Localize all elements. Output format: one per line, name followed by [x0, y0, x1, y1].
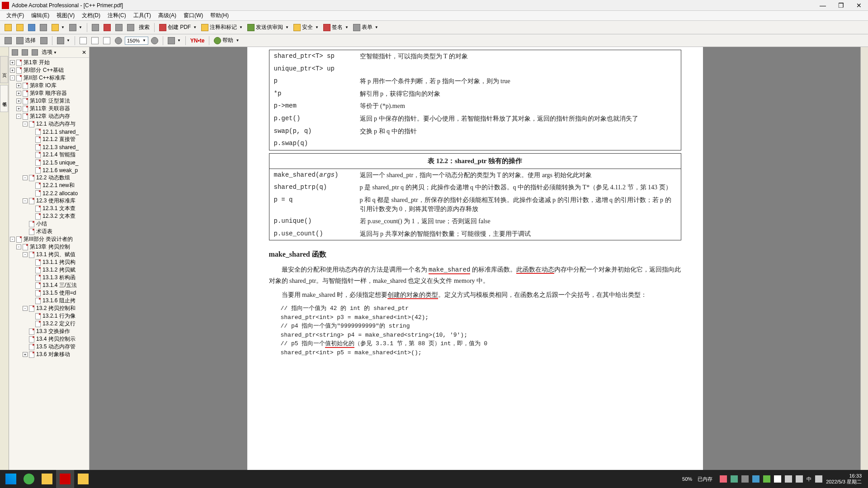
bookmark-toggle[interactable]: + [16, 106, 21, 111]
bookmark-item[interactable]: 13.3 交换操作 [10, 328, 88, 335]
bookmark-toggle[interactable]: - [23, 175, 28, 180]
tray-icon-2[interactable] [731, 475, 738, 483]
bookmark-item[interactable]: 12.1.4 智能指 [10, 151, 88, 159]
bookmark-toggle[interactable]: + [16, 83, 21, 88]
bookmark-toggle[interactable]: - [23, 306, 28, 311]
bookmark-item[interactable]: +第11章 关联容器 [10, 105, 88, 113]
bookmark-toggle[interactable]: + [16, 91, 21, 96]
organizer-button[interactable]: ▼ [50, 23, 66, 32]
send-review-button[interactable]: 发送供审阅▼ [245, 23, 291, 32]
menu-comment[interactable]: 注释(C) [104, 11, 130, 20]
zoom-tool-button[interactable]: ▼ [55, 36, 72, 45]
create-pdf-button[interactable]: 创建 PDF▼ [157, 23, 198, 32]
close-panel-button[interactable]: ✕ [82, 49, 86, 56]
fit-visible-button[interactable] [101, 36, 112, 45]
menu-document[interactable]: 文档(D) [78, 11, 104, 20]
zoom-input[interactable]: 150%▼ [125, 37, 148, 45]
bookmark-toggle[interactable]: + [10, 60, 15, 65]
bookmark-item[interactable]: 12.1.1 shared_ [10, 128, 88, 136]
comment-mark-button[interactable]: 注释和标记▼ [199, 23, 245, 32]
tray-ime[interactable]: 中 [807, 476, 811, 483]
new-bookmark-icon[interactable] [22, 49, 28, 56]
bookmarks-tree[interactable]: +第1章 开始+第I部分 C++基础-第II部 C++标准库+第8章 IO库+第… [9, 58, 89, 488]
bookmark-item[interactable]: -13.1 拷贝、赋值 [10, 251, 88, 258]
taskbar-edge[interactable] [20, 470, 38, 488]
fit-page-button[interactable] [78, 36, 89, 45]
bookmark-item[interactable]: -第II部 C++标准库 [10, 74, 88, 82]
tray-icon-6[interactable] [774, 475, 781, 483]
email-button[interactable] [90, 23, 101, 32]
tray-volume-icon[interactable] [796, 475, 803, 483]
maximize-button[interactable]: ❐ [834, 1, 848, 10]
bookmark-item[interactable]: 13.1.4 三/五法 [10, 282, 88, 289]
forms-button[interactable]: 表单▼ [351, 23, 380, 32]
bookmark-item[interactable]: 13.1.6 阻止拷 [10, 297, 88, 305]
bookmark-item[interactable]: +第9章 顺序容器 [10, 89, 88, 97]
select-tool-button[interactable]: 选择 [14, 36, 38, 45]
start-button[interactable] [2, 470, 20, 488]
bookmark-item[interactable]: 12.3.1 文本查 [10, 205, 88, 212]
bookmark-item[interactable]: 12.1.2 直接管 [10, 136, 88, 143]
bookmark-item[interactable]: 小结 [10, 220, 88, 228]
bookmark-item[interactable]: 术语表 [10, 228, 88, 235]
print-button[interactable] [38, 23, 49, 32]
search-button[interactable]: 搜索 [137, 23, 151, 32]
tray-icon-4[interactable] [752, 475, 760, 483]
bookmark-toggle[interactable]: - [16, 244, 21, 249]
menu-help[interactable]: 帮助(H) [207, 11, 232, 20]
ynote-button[interactable]: YN•te [189, 37, 207, 45]
menu-edit[interactable]: 编辑(E) [28, 11, 53, 20]
hand-tool-button[interactable] [3, 36, 14, 45]
close-button[interactable]: ✕ [852, 1, 866, 10]
taskbar-explorer[interactable] [38, 470, 56, 488]
bookmark-item[interactable]: 13.1.3 析构函 [10, 274, 88, 282]
bookmark-toggle[interactable]: + [16, 99, 21, 103]
bookmark-toggle[interactable]: - [16, 114, 21, 119]
options-button[interactable]: 选项▼ [42, 48, 57, 56]
zoom-in-button[interactable] [149, 36, 160, 45]
bookmark-item[interactable]: 12.2.2 allocato [10, 189, 88, 197]
bookmark-item[interactable]: 12.2.1 new和 [10, 182, 88, 189]
taskbar-clock[interactable]: 16:33 2022/5/3 星期二 [826, 473, 862, 485]
zoom-out-button[interactable] [113, 36, 124, 45]
menu-file[interactable]: 文件(F) [3, 11, 28, 20]
menu-tools[interactable]: 工具(T) [130, 11, 155, 20]
bookmark-item[interactable]: +第1章 开始 [10, 59, 88, 66]
bookmark-toggle[interactable]: - [10, 237, 15, 242]
bookmark-item[interactable]: 13.2.2 定义行 [10, 320, 88, 328]
stamp-button[interactable] [102, 23, 113, 32]
tray-notifications-icon[interactable] [815, 475, 822, 483]
open-button[interactable] [14, 23, 25, 32]
bookmark-toggle[interactable]: - [23, 198, 28, 203]
bookmark-toggle[interactable]: - [23, 122, 28, 127]
document-view[interactable]: shared_ptr<T> sp空智能指针，可以指向类型为 T 的对象uniqu… [90, 47, 860, 488]
bookmark-item[interactable]: +第I部分 C++基础 [10, 66, 88, 74]
bookmark-item[interactable]: 12.1.6 weak_p [10, 166, 88, 174]
minimize-button[interactable]: — [816, 1, 830, 10]
bookmark-item[interactable]: -第III部分 类设计者的 [10, 235, 88, 243]
bookmark-item[interactable]: 13.5 动态内存管 [10, 343, 88, 351]
tray-icon-5[interactable] [763, 475, 770, 483]
vertical-scrollbar[interactable] [860, 47, 868, 488]
bookmark-toggle[interactable]: + [10, 68, 15, 73]
tab-bookmarks[interactable]: 书签 [0, 85, 8, 112]
bookmark-item[interactable]: -12.1 动态内存与 [10, 120, 88, 128]
menu-view[interactable]: 视图(V) [53, 11, 78, 20]
tab-pages[interactable]: 页 [0, 56, 8, 83]
bookmark-item[interactable]: -12.2 动态数组 [10, 174, 88, 182]
bookmark-item[interactable]: 12.3.2 文本查 [10, 212, 88, 220]
rotate-button[interactable]: ▼ [166, 36, 183, 45]
expand-icon[interactable] [32, 49, 38, 56]
bookmark-toggle[interactable]: + [23, 352, 28, 357]
bookmark-item[interactable]: 13.4 拷贝控制示 [10, 335, 88, 343]
sign-button[interactable]: 签名▼ [321, 23, 350, 32]
bookmark-item[interactable]: 13.1.1 拷贝构 [10, 258, 88, 266]
tray-icon-3[interactable] [741, 475, 749, 483]
bookmark-item[interactable]: +第10章 泛型算法 [10, 97, 88, 105]
snapshot-button[interactable] [38, 36, 49, 45]
help-button[interactable]: 帮助▼ [212, 36, 241, 45]
bookmark-toggle[interactable]: - [10, 75, 15, 80]
bookmark-item[interactable]: -第13章 拷贝控制 [10, 243, 88, 251]
bookmark-item[interactable]: -13.2 拷贝控制和 [10, 305, 88, 312]
bookmark-toggle[interactable]: - [23, 252, 28, 257]
